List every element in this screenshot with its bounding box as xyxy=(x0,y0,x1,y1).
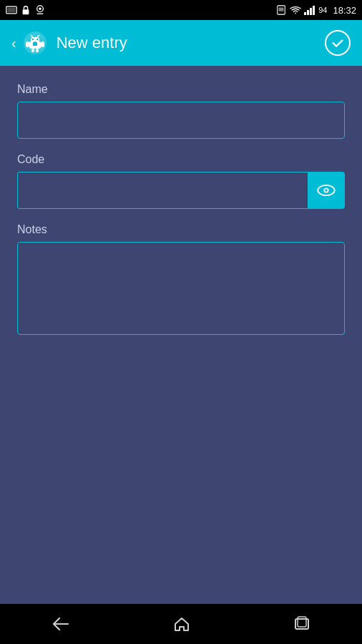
svg-rect-1 xyxy=(7,8,15,12)
svg-point-15 xyxy=(31,39,33,40)
app-icon xyxy=(34,5,46,15)
app-logo-icon xyxy=(22,30,48,56)
code-label: Code xyxy=(17,153,345,166)
svg-rect-21 xyxy=(31,49,34,52)
eye-icon xyxy=(316,184,336,197)
status-bar-left-icons xyxy=(6,5,46,15)
name-label: Name xyxy=(17,83,345,96)
notes-field-group: Notes xyxy=(17,223,345,338)
notes-label: Notes xyxy=(17,223,345,236)
name-input[interactable] xyxy=(17,102,345,139)
svg-rect-2 xyxy=(23,9,29,14)
svg-rect-10 xyxy=(310,8,312,15)
wifi-icon xyxy=(290,5,301,15)
recents-nav-button[interactable] xyxy=(276,610,328,638)
svg-rect-9 xyxy=(307,10,309,15)
svg-rect-20 xyxy=(41,42,44,47)
confirm-button[interactable] xyxy=(325,30,351,56)
svg-point-16 xyxy=(36,39,37,40)
code-field-group: Code xyxy=(17,153,345,209)
app-bar: ‹ New entry xyxy=(0,20,362,66)
svg-rect-14 xyxy=(31,37,39,42)
notes-input[interactable] xyxy=(17,242,345,335)
home-nav-button[interactable] xyxy=(156,610,207,638)
back-nav-button[interactable] xyxy=(34,610,87,638)
svg-rect-11 xyxy=(313,6,315,15)
svg-rect-19 xyxy=(26,42,29,47)
svg-rect-8 xyxy=(304,12,306,15)
sim-icon xyxy=(275,5,287,15)
checkmark-icon xyxy=(330,35,346,51)
svg-point-4 xyxy=(39,8,41,11)
battery-percent: 94 xyxy=(318,6,327,14)
svg-point-26 xyxy=(325,189,328,192)
back-nav-icon xyxy=(52,616,70,632)
signal-icon xyxy=(304,5,315,15)
lock-icon xyxy=(20,5,31,15)
screenshot-icon xyxy=(6,5,17,15)
svg-rect-22 xyxy=(36,49,39,52)
clock: 18:32 xyxy=(333,5,356,16)
back-button[interactable]: ‹ xyxy=(11,35,16,52)
main-content: Name Code Notes xyxy=(0,66,362,604)
recents-nav-icon xyxy=(293,616,310,632)
home-nav-icon xyxy=(173,615,190,633)
status-bar-right-icons: 94 18:32 xyxy=(275,5,356,16)
nav-bar xyxy=(0,604,362,644)
svg-rect-7 xyxy=(279,8,284,11)
toggle-visibility-button[interactable] xyxy=(308,172,345,209)
name-field-group: Name xyxy=(17,83,345,139)
status-bar: 94 18:32 xyxy=(0,0,362,20)
page-title: New entry xyxy=(57,34,325,52)
code-row xyxy=(17,172,345,209)
svg-rect-23 xyxy=(33,42,37,46)
code-input[interactable] xyxy=(17,172,308,209)
